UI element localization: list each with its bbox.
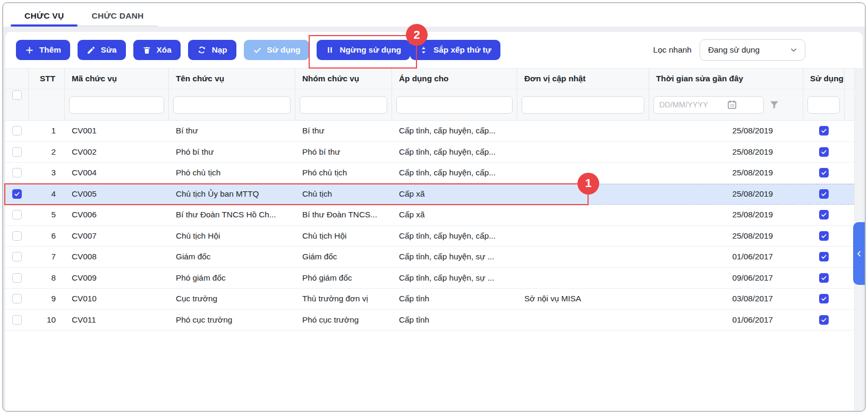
header-in-use[interactable]: Sử dụng [803, 69, 845, 89]
table-row[interactable]: 5 CV006 Bí thư Đoàn TNCS Hồ Ch... Bí thư… [5, 205, 863, 226]
row-select-checkbox[interactable] [12, 252, 22, 261]
cell-code: CV011 [65, 315, 169, 325]
table-row[interactable]: 4 CV005 Chủ tịch Ủy ban MTTQ Chủ tịch Cấ… [5, 184, 863, 205]
cell-in-use [803, 252, 845, 261]
in-use-checkbox[interactable] [819, 315, 829, 325]
use-button-label: Sử dụng [267, 45, 301, 55]
name-filter-input[interactable] [173, 96, 291, 114]
collapse-panel-handle[interactable] [853, 222, 865, 285]
delete-button[interactable]: Xóa [133, 40, 181, 60]
row-select-checkbox[interactable] [12, 147, 22, 157]
trash-icon [142, 46, 151, 55]
toolbar: Thêm Sửa Xóa [5, 32, 863, 68]
in-use-checkbox[interactable] [819, 126, 829, 136]
cell-apply-to: Cấp tỉnh, cấp huyện, cấp... [392, 147, 517, 157]
in-use-checkbox[interactable] [819, 273, 829, 283]
cell-code: CV001 [65, 126, 169, 136]
table-row[interactable]: 2 CV002 Phó bí thư Phó bí thư Cấp tỉnh, … [5, 142, 863, 163]
cell-apply-to: Cấp tỉnh, cấp huyện, sự ... [392, 273, 517, 283]
in-use-filter-input[interactable] [807, 96, 840, 114]
cell-name: Phó chủ tịch [169, 168, 295, 178]
header-updated-at[interactable]: Thời gian sửa gần đây [649, 69, 803, 89]
table-row[interactable]: 1 CV001 Bí thư Bí thư Cấp tỉnh, cấp huyệ… [5, 121, 863, 142]
add-button[interactable]: Thêm [16, 40, 70, 60]
table-row[interactable]: 7 CV008 Giám đốc Giám đốc Cấp tỉnh, cấp … [5, 247, 863, 268]
cell-in-use [803, 294, 845, 303]
table-row[interactable]: 10 CV011 Phó cục trưởng Phó cục trưởng C… [5, 310, 863, 331]
header-apply-to[interactable]: Áp dụng cho [392, 69, 517, 89]
funnel-filter-icon[interactable] [769, 99, 780, 111]
stop-using-button[interactable]: Ngừng sử dụng [317, 40, 410, 60]
header-updated-by[interactable]: Đơn vị cập nhật [517, 69, 649, 89]
header-select [5, 69, 29, 89]
filter-in-use-cell [803, 89, 845, 120]
group-filter-input[interactable] [300, 96, 387, 114]
in-use-checkbox[interactable] [819, 147, 829, 157]
row-select-checkbox[interactable] [12, 273, 22, 283]
row-select-checkbox[interactable] [12, 126, 22, 136]
quick-filter: Lọc nhanh Đang sử dụng [653, 39, 805, 61]
cell-name: Chủ tịch Ủy ban MTTQ [169, 189, 295, 199]
select-all-checkbox[interactable] [12, 90, 22, 100]
cell-updated-at: 25/08/2019 [649, 147, 803, 157]
tab-bar: CHỨC VỤ CHỨC DANH [3, 3, 865, 27]
annotation-badge-2: 2 [406, 24, 428, 46]
reload-button[interactable]: Nạp [188, 40, 236, 60]
apply-to-filter-input[interactable] [396, 96, 513, 114]
row-select-checkbox[interactable] [12, 168, 22, 178]
cell-group: Thủ trưởng đơn vị [295, 294, 392, 303]
header-stt[interactable]: STT [29, 69, 65, 89]
row-select-checkbox[interactable] [12, 189, 22, 199]
in-use-checkbox[interactable] [819, 252, 829, 261]
calendar-icon[interactable]: 23 [727, 99, 737, 110]
filter-code-cell [65, 89, 169, 120]
chevron-down-icon [789, 45, 798, 55]
in-use-checkbox[interactable] [819, 210, 829, 219]
row-select-checkbox[interactable] [12, 294, 22, 303]
cell-code: CV007 [65, 231, 169, 241]
filter-updated-at-cell: 23 [649, 89, 803, 120]
cell-apply-to: Cấp xã [392, 210, 517, 219]
table-row[interactable]: 9 CV010 Cục trưởng Thủ trưởng đơn vị Cấp… [5, 289, 863, 310]
quick-filter-select[interactable]: Đang sử dụng [700, 39, 805, 61]
row-select-checkbox[interactable] [12, 210, 22, 219]
delete-button-label: Xóa [157, 45, 172, 55]
header-name[interactable]: Tên chức vụ [169, 69, 295, 89]
table-row[interactable]: 6 CV007 Chủ tịch Hội Chủ tịch Hội Cấp tỉ… [5, 226, 863, 247]
edit-button-label: Sửa [101, 45, 117, 55]
cell-in-use [803, 126, 845, 136]
use-button[interactable]: Sử dụng [244, 40, 310, 60]
date-filter-input[interactable] [653, 96, 764, 114]
cell-stt: 1 [29, 126, 65, 136]
add-button-label: Thêm [39, 45, 61, 55]
cell-name: Cục trưởng [169, 294, 295, 303]
updated-by-filter-input[interactable] [522, 96, 644, 114]
cell-group: Chủ tịch [295, 189, 392, 199]
header-group[interactable]: Nhóm chức vụ [295, 69, 392, 89]
row-select-cell [5, 273, 29, 283]
table-row[interactable]: 3 CV004 Phó chủ tịch Phó chủ tịch Cấp tỉ… [5, 163, 863, 184]
in-use-checkbox[interactable] [819, 294, 829, 303]
table-row[interactable]: 8 CV009 Phó giám đốc Phó giám đốc Cấp tỉ… [5, 268, 863, 289]
header-code[interactable]: Mã chức vụ [65, 69, 169, 89]
code-filter-input[interactable] [69, 96, 164, 114]
tab-chuc-vu[interactable]: CHỨC VỤ [11, 5, 78, 26]
tab-chuc-danh[interactable]: CHỨC DANH [78, 5, 157, 26]
cell-in-use [803, 189, 845, 199]
row-select-cell [5, 231, 29, 241]
grid-filter-row: 23 [5, 89, 863, 121]
cell-stt: 4 [29, 189, 65, 199]
cell-code: CV009 [65, 273, 169, 283]
cell-stt: 2 [29, 147, 65, 157]
in-use-checkbox[interactable] [819, 189, 829, 199]
in-use-checkbox[interactable] [819, 168, 829, 178]
in-use-checkbox[interactable] [819, 231, 829, 241]
edit-button[interactable]: Sửa [78, 40, 126, 60]
chevron-left-icon [855, 250, 863, 258]
cell-group: Bí thư [295, 126, 392, 136]
cell-updated-at: 25/08/2019 [649, 168, 803, 178]
row-select-checkbox[interactable] [12, 315, 22, 325]
pencil-icon [87, 46, 96, 55]
filter-name-cell [169, 89, 295, 120]
row-select-checkbox[interactable] [12, 231, 22, 241]
